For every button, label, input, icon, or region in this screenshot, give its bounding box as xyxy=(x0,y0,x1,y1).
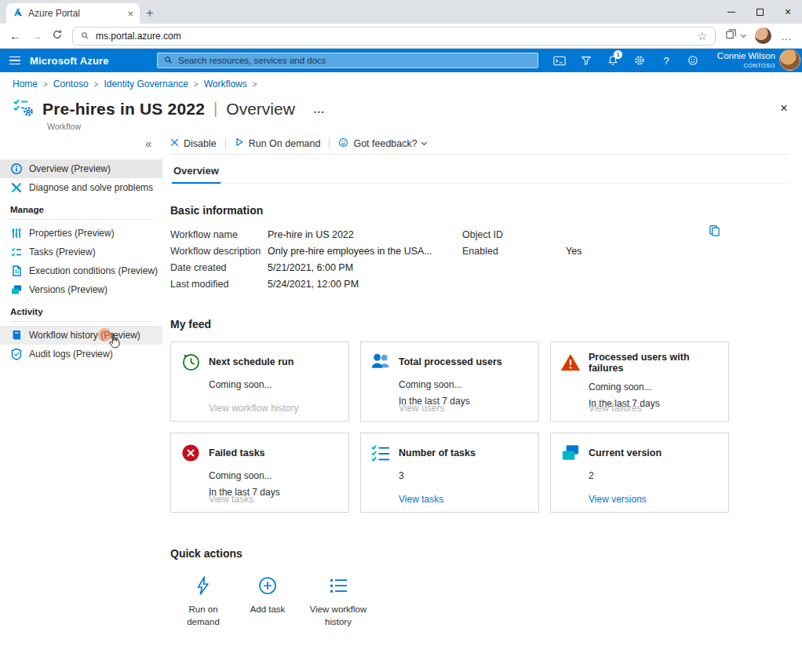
settings-gear-icon[interactable] xyxy=(626,49,653,72)
notification-badge: 1 xyxy=(614,50,622,59)
favorites-star-icon[interactable]: ☆ xyxy=(697,30,707,42)
info-value: Yes xyxy=(566,243,581,260)
tab-overview[interactable]: Overview xyxy=(172,165,221,184)
portal-search-box[interactable] xyxy=(157,53,538,68)
user-name: Connie Wilson xyxy=(717,51,775,62)
sidebar-item-label: Properties (Preview) xyxy=(29,228,115,239)
blade-content: « Overview (Preview) Diagnose and solve … xyxy=(0,131,802,672)
info-row: EnabledYes xyxy=(462,243,581,260)
disable-button[interactable]: Disable xyxy=(170,138,217,149)
quick-action-view-workflow-history[interactable]: View workflow history xyxy=(307,575,370,628)
copy-object-id-icon[interactable] xyxy=(709,225,720,239)
run-on-demand-button[interactable]: Run On demand xyxy=(235,137,321,149)
page-header: Pre-hires in US 2022 | Overview … × Work… xyxy=(0,93,802,131)
url-bar[interactable]: ☆ xyxy=(72,27,716,46)
sidebar-item-versions[interactable]: Versions (Preview) xyxy=(0,280,162,299)
user-avatar[interactable] xyxy=(779,49,800,71)
sidebar-item-diagnose[interactable]: Diagnose and solve problems xyxy=(0,178,162,197)
info-label: Last modified xyxy=(170,276,268,293)
tabs-row: Overview xyxy=(170,163,789,184)
list-icon xyxy=(328,575,348,596)
window-close-button[interactable]: × xyxy=(774,0,802,24)
schedule-clock-icon xyxy=(180,352,201,372)
new-tab-button[interactable]: + xyxy=(140,3,160,24)
card-current-version: Current version 2 View versions xyxy=(550,433,729,513)
command-separator xyxy=(329,138,330,149)
info-row: Last modified5/24/2021, 12:00 PM xyxy=(170,276,462,293)
collections-icon[interactable] xyxy=(725,28,737,43)
back-icon[interactable]: ← xyxy=(9,30,21,42)
sidebar-group-activity: Activity xyxy=(10,307,153,322)
help-icon[interactable]: ? xyxy=(653,49,680,72)
sidebar-item-label: Versions (Preview) xyxy=(29,284,108,295)
breadcrumb-sep-icon: > xyxy=(194,80,199,89)
browser-tab[interactable]: Azure Portal × xyxy=(6,3,140,24)
disable-x-icon xyxy=(170,138,179,149)
users-icon xyxy=(370,352,391,372)
breadcrumb-workflows[interactable]: Workflows xyxy=(204,79,247,89)
sidebar-item-properties[interactable]: Properties (Preview) xyxy=(0,224,162,243)
view-tasks-link[interactable]: View tasks xyxy=(399,494,443,505)
sidebar-item-label: Diagnose and solve problems xyxy=(29,182,153,193)
info-row: Workflow namePre-hire in US 2022 xyxy=(170,227,462,243)
sidebar-item-execution-conditions[interactable]: Execution conditions (Preview) xyxy=(0,261,162,280)
sidebar-item-workflow-history[interactable]: Workflow history (Preview) xyxy=(0,326,162,345)
command-bar: Disable Run On demand Got feedback? xyxy=(170,133,789,155)
url-input[interactable] xyxy=(96,31,691,42)
info-label: Workflow description xyxy=(170,243,268,260)
info-value: Pre-hire in US 2022 xyxy=(268,227,354,243)
breadcrumb-home[interactable]: Home xyxy=(13,79,38,89)
window-minimize-button[interactable] xyxy=(717,0,745,24)
document-icon xyxy=(10,265,23,277)
diagnose-tools-icon xyxy=(10,181,23,194)
maximize-icon xyxy=(756,9,764,16)
info-row: Date created5/21/2021, 6:00 PM xyxy=(170,260,462,276)
portal-search-input[interactable] xyxy=(178,56,531,65)
quick-action-add-task[interactable]: Add task xyxy=(242,575,293,628)
breadcrumb-contoso[interactable]: Contoso xyxy=(53,79,89,89)
quick-action-run-on-demand[interactable]: Run on demand xyxy=(178,575,228,628)
hamburger-menu-icon[interactable] xyxy=(0,49,30,72)
properties-sliders-icon xyxy=(10,227,23,239)
card-processed-users-with-failures: Processed users with failures Coming soo… xyxy=(550,341,729,422)
account-menu[interactable]: Connie Wilson CONTOSO xyxy=(717,51,775,69)
run-play-icon xyxy=(235,137,244,149)
browser-menu-icon[interactable]: … xyxy=(781,30,793,42)
feedback-smiley-icon[interactable] xyxy=(680,49,706,72)
feedback-button[interactable]: Got feedback? xyxy=(338,137,425,150)
basic-info-left-column: Workflow namePre-hire in US 2022 Workflo… xyxy=(170,227,462,293)
window-maximize-button[interactable] xyxy=(745,0,774,24)
card-title: Current version xyxy=(589,447,662,458)
portal-brand[interactable]: Microsoft Azure xyxy=(30,55,109,67)
view-tasks-link: View tasks xyxy=(209,494,253,505)
breadcrumb: Home > Contoso > Identity Governance > W… xyxy=(0,72,802,93)
view-workflow-history-link: View workflow history xyxy=(209,403,298,414)
warning-triangle-icon xyxy=(560,352,581,373)
view-versions-link[interactable]: View versions xyxy=(589,494,647,505)
user-org: CONTOSO xyxy=(717,62,775,69)
basic-info-right-column: Object ID EnabledYes xyxy=(462,227,581,293)
refresh-icon[interactable] xyxy=(52,29,63,43)
card-value: 2 xyxy=(589,470,720,481)
sidebar-group-manage: Manage xyxy=(10,205,153,220)
sidebar-item-audit-logs[interactable]: Audit logs (Preview) xyxy=(0,345,162,363)
blade-close-icon[interactable]: × xyxy=(780,100,788,116)
notifications-bell-icon[interactable]: 1 xyxy=(600,49,626,72)
directory-filter-icon[interactable] xyxy=(573,49,600,72)
sidebar-item-tasks[interactable]: Tasks (Preview) xyxy=(0,243,162,261)
quick-action-label: Run on demand xyxy=(178,604,228,628)
page-more-icon[interactable]: … xyxy=(313,102,326,115)
tab-close-icon[interactable]: × xyxy=(127,8,133,20)
browser-actions: … xyxy=(725,27,793,44)
browser-profile-avatar[interactable] xyxy=(755,27,771,44)
sidebar-item-overview[interactable]: Overview (Preview) xyxy=(0,159,162,178)
lightning-icon xyxy=(193,575,213,596)
card-title: Next schedule run xyxy=(209,356,293,367)
browser-window: Azure Portal × + × ← → ☆ … Microsoft Azu… xyxy=(0,0,802,672)
cloud-shell-icon[interactable] xyxy=(546,49,573,72)
sidebar-collapse-icon[interactable]: « xyxy=(145,137,151,150)
breadcrumb-identity-governance[interactable]: Identity Governance xyxy=(104,79,188,89)
window-controls: × xyxy=(717,0,802,24)
tasks-checklist-icon xyxy=(370,443,391,463)
view-users-link: View users xyxy=(399,403,444,414)
